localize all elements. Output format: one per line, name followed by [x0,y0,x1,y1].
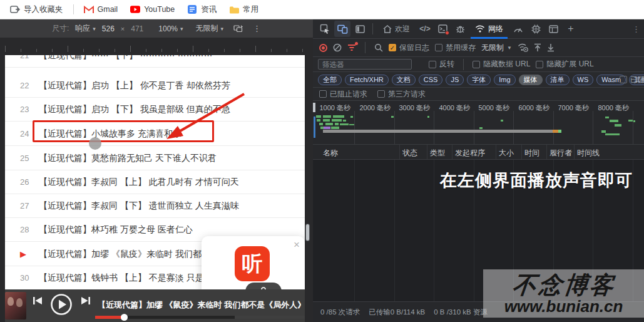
bookmark-item[interactable]: 常用 [224,3,263,17]
tab-welcome-label: 欢迎 [395,24,410,34]
dock-side-icon[interactable] [352,21,368,37]
album-art-thumbnail[interactable] [5,292,26,319]
progress-bar[interactable] [95,316,305,319]
tab-performance-icon[interactable] [510,21,526,37]
export-har-icon[interactable] [547,43,555,52]
preserve-log-checkbox[interactable]: ✓ 保留日志 [389,43,429,53]
resource-chip-[interactable]: 字体 [467,75,491,85]
hide-data-urls-checkbox[interactable]: 隐藏数据 URL [473,59,530,70]
resource-chip-[interactable]: 全部 [318,75,342,85]
bookmark-item[interactable]: Gmail [79,3,123,16]
tab-console-icon[interactable] [434,21,451,37]
network-throttling-dropdown[interactable]: 无限制 ▼ [481,43,512,53]
bookmark-item[interactable]: 导入收藏夹 [5,3,68,17]
list-item[interactable]: 27【近现代篇】李叔同 【下】 遗世而独立 人生真滋味 [5,194,305,218]
network-conditions-icon[interactable] [518,43,528,52]
resource-chip-[interactable]: 媒体 [519,75,543,85]
column-header-0[interactable]: 名称 [323,148,338,158]
import-bookmarks-icon [10,4,20,14]
bookmark-item[interactable]: YouTube [125,3,180,16]
column-divider [399,145,400,159]
column-divider [427,145,427,159]
ruler-tick [193,46,193,52]
tab-application-icon[interactable] [545,21,561,37]
viewport-height-field[interactable]: 471 [131,24,143,33]
lock-bubble [245,283,282,289]
hide-extension-urls-checkbox[interactable]: 隐藏扩展 URL [536,59,593,70]
tab-network[interactable]: 网络 [469,19,509,39]
list-item[interactable]: 25【近现代篇】莫愁前路无知己 天下谁人不识君 [5,147,305,170]
blocked-requests-checkbox[interactable]: 已阻止请求 [319,89,367,100]
column-header-3[interactable]: 发起程序 [455,148,485,158]
audio-player-bar: 【近现代篇】加缪 《鼠疫》来临时 我们都不是《局外人》 [5,289,305,322]
tab-memory-icon[interactable] [528,21,544,37]
viewport-width-field[interactable]: 526 [102,24,115,33]
timeline-activity-mark [331,127,339,129]
progress-knob[interactable] [121,314,128,321]
filter-icon[interactable] [347,44,356,51]
filter-input[interactable] [318,59,412,70]
tab-debugger-icon[interactable] [452,21,468,37]
devtools-menu-icon[interactable]: ⋮ [632,24,640,34]
list-item[interactable]: 23【近现代篇】启功 【下】 我虽是部级 但真的不急 [5,98,305,122]
tab-welcome[interactable]: 欢迎 [377,19,416,39]
row-title: 【近现代篇】李叔同 【上】 此君几时有 才情可问天 [39,177,239,188]
network-overview-timeline[interactable]: 1000 毫秒2000 毫秒3000 毫秒4000 毫秒5000 毫秒6000 … [313,101,644,145]
listen-app-icon[interactable]: 听 [235,246,270,281]
bookmark-label: Gmail [98,5,118,14]
list-item[interactable]: 26【近现代篇】李叔同 【上】 此君几时有 才情可问天 [5,170,305,194]
inspect-element-icon[interactable] [317,21,333,37]
resource-chip-[interactable]: 清单 [546,75,570,85]
timeline-activity-mark [610,120,618,122]
next-track-icon[interactable] [80,296,91,306]
resource-chip-ws[interactable]: WS [573,75,594,85]
record-network-log-icon[interactable] [319,44,327,52]
row-title: 【近现代篇】小城故事多 充满喜和乐 [39,128,181,140]
column-header-1[interactable]: 状态 [402,148,417,158]
close-icon[interactable]: × [294,239,300,251]
row-number: 21 [20,55,39,60]
resource-chip-fetchxhr[interactable]: Fetch/XHR [345,75,389,85]
ruler-tick [130,46,131,52]
device-toolbar-toggle-icon[interactable] [334,21,350,37]
timeline-activity-mark [340,123,349,125]
column-header-2[interactable]: 类型 [430,148,445,158]
chip-list: 全部Fetch/XHR文档CSSJS字体Img媒体清单WSWasm其他 [318,75,611,85]
tab-elements-icon[interactable]: </> [417,21,433,37]
disable-cache-checkbox[interactable]: 禁用缓存 [435,43,476,53]
rotate-viewport-icon[interactable] [233,24,243,33]
blocked-response-checkbox[interactable]: 已阻止的响应 [620,75,644,85]
resource-chip-[interactable]: 文档 [392,75,416,85]
ruler-tick [255,46,256,52]
third-party-checkbox[interactable]: 第三方请求 [377,89,426,100]
previous-track-icon[interactable] [33,296,43,306]
timeline-activity-mark [349,124,354,125]
toolbar-divider [463,59,464,70]
column-divider [521,145,522,159]
list-item[interactable]: 24【近现代篇】小城故事多 充满喜和乐 [5,122,305,146]
throttling-dropdown[interactable]: 无限制 ▾ [196,23,224,34]
resource-chip-css[interactable]: CSS [419,75,443,85]
invert-filter-checkbox[interactable]: 反转 [429,59,454,70]
more-tabs-icon[interactable]: + [563,21,579,37]
device-mode-dropdown[interactable]: 响应 ▾ [75,23,96,34]
bookmark-item[interactable]: 资讯 [182,3,222,17]
zoom-dropdown[interactable]: 100% ▾ [158,24,183,33]
play-icon[interactable] [50,293,73,316]
viewport-resize-handle[interactable] [306,224,309,241]
column-header-6[interactable]: 履行者 [549,148,572,158]
resource-chip-js[interactable]: JS [446,75,464,85]
clear-network-log-icon[interactable] [333,43,342,52]
list-item[interactable]: 21【近现代篇】⋯⋯ 【下】 ⋯⋯⋯⋯ ⋯⋯⋯⋯ [5,55,305,68]
preserve-log-label: 保留日志 [399,43,429,53]
search-icon[interactable] [374,43,383,52]
import-har-icon[interactable] [534,43,541,52]
timeline-tick-label: 7000 毫秒 [551,103,589,113]
resource-chip-img[interactable]: Img [494,75,515,85]
column-header-7[interactable]: 时间线 [577,148,600,158]
more-options-icon[interactable]: ⋮ [253,24,261,33]
list-item[interactable]: 22【近现代篇】启功 【上】 你不是丁香 却依然芬芳 [5,74,305,98]
column-header-5[interactable]: 时间 [524,148,539,158]
column-header-4[interactable]: 大小 [499,148,514,158]
device-emulation-area: 21【近现代篇】⋯⋯ 【下】 ⋯⋯⋯⋯ ⋯⋯⋯⋯22【近现代篇】启功 【上】 你… [0,38,313,322]
